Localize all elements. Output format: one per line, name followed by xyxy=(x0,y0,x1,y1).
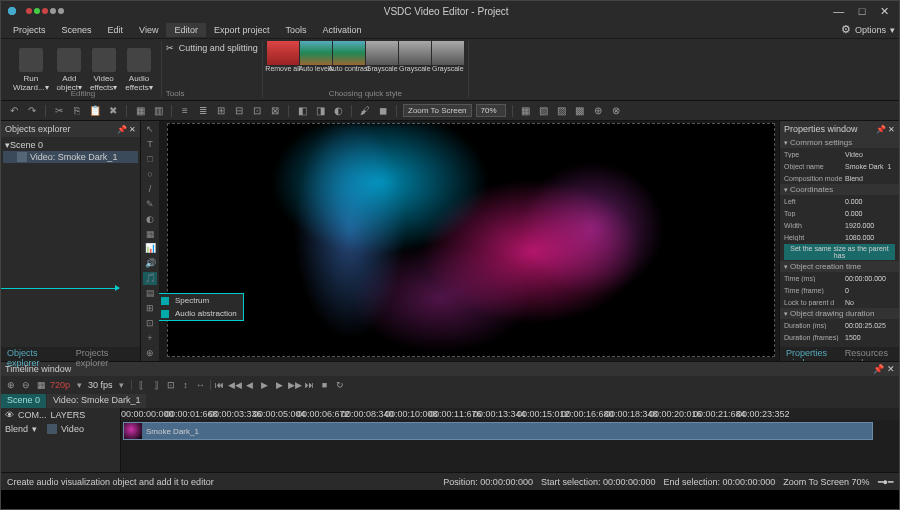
vtool-icon[interactable]: ⊞ xyxy=(143,302,157,315)
tab-projects-explorer[interactable]: Projects explorer xyxy=(70,347,140,361)
vtool-icon[interactable]: ▤ xyxy=(143,287,157,300)
comp-label[interactable]: COM... xyxy=(18,410,47,420)
prop-section-header[interactable]: Coordinates xyxy=(780,184,899,195)
prop-value[interactable]: Blend xyxy=(845,175,895,182)
vtool-icon[interactable]: + xyxy=(143,331,157,344)
vtool-icon[interactable]: / xyxy=(143,183,157,196)
ribbon-add[interactable]: Addobject▾ xyxy=(53,46,86,94)
prop-value[interactable]: 0 xyxy=(845,287,895,294)
vtool-icon[interactable]: 🔊 xyxy=(143,257,157,270)
vtool-icon[interactable]: ⊡ xyxy=(143,316,157,329)
menu-tools[interactable]: Tools xyxy=(277,23,314,37)
snap-icon[interactable]: ⊕ xyxy=(591,104,605,118)
step-back-icon[interactable]: ◀ xyxy=(244,379,256,391)
color-icon[interactable]: ◼ xyxy=(376,104,390,118)
vtool-icon[interactable]: ↖ xyxy=(143,123,157,136)
tl-icon[interactable]: ⟦ xyxy=(135,379,147,391)
prop-value[interactable]: 1080.000 xyxy=(845,234,895,241)
align-icon[interactable]: ⊠ xyxy=(268,104,282,118)
prop-action-button[interactable]: Set the same size as the parent has xyxy=(784,244,895,260)
layers-label[interactable]: LAYERS xyxy=(51,410,86,420)
options-button[interactable]: Options xyxy=(855,25,886,35)
menu-projects[interactable]: Projects xyxy=(5,23,54,37)
prop-value[interactable]: Video xyxy=(845,151,895,158)
style-grayscale[interactable]: Grayscale xyxy=(432,41,464,73)
tool-icon[interactable]: ▦ xyxy=(133,104,147,118)
zoom-value-combo[interactable]: 70% xyxy=(476,104,506,117)
prop-value[interactable]: 1500 xyxy=(845,334,895,341)
menu-view[interactable]: View xyxy=(131,23,166,37)
close-icon[interactable]: ✕ xyxy=(880,5,889,17)
style-auto-levels[interactable]: Auto levels xyxy=(300,41,332,73)
prop-value[interactable]: No xyxy=(845,299,895,306)
pin-icon[interactable]: 📌 ✕ xyxy=(873,364,895,374)
paste-icon[interactable]: 📋 xyxy=(88,104,102,118)
visibility-icon[interactable]: 👁 xyxy=(5,410,14,420)
pin-icon[interactable]: 📌 ✕ xyxy=(876,125,895,134)
prop-value[interactable]: 0.000 xyxy=(845,198,895,205)
shape-icon[interactable]: ◨ xyxy=(313,104,327,118)
vtool-icon[interactable]: □ xyxy=(143,153,157,166)
step-fwd-icon[interactable]: ▶ xyxy=(274,379,286,391)
menu-edit[interactable]: Edit xyxy=(100,23,132,37)
tl-icon[interactable]: ⊡ xyxy=(165,379,177,391)
ribbon-audio[interactable]: Audioeffects▾ xyxy=(121,46,156,94)
fps-combo[interactable]: 30 fps xyxy=(88,380,113,390)
shape-icon[interactable]: ◧ xyxy=(295,104,309,118)
zoom-slider[interactable]: ━●━ xyxy=(878,477,893,487)
tl-icon[interactable]: ⟧ xyxy=(150,379,162,391)
quick-access[interactable] xyxy=(25,6,65,16)
timeline-tab-scene[interactable]: Scene 0 xyxy=(1,394,46,408)
menu-audio-abstraction[interactable]: Audio abstraction xyxy=(159,307,243,320)
ribbon-run[interactable]: RunWizard...▾ xyxy=(9,46,53,94)
grid-icon[interactable]: ▧ xyxy=(537,104,551,118)
align-icon[interactable]: ⊡ xyxy=(250,104,264,118)
vtool-icon[interactable]: ✎ xyxy=(143,197,157,210)
timeline-tab-clip[interactable]: Video: Smoke Dark_1 xyxy=(47,394,146,408)
vtool-icon[interactable]: T xyxy=(143,138,157,151)
prev-icon[interactable]: ◀◀ xyxy=(229,379,241,391)
cut-icon[interactable]: ✂ xyxy=(52,104,66,118)
grid-icon[interactable]: ▦ xyxy=(519,104,533,118)
align-icon[interactable]: ⊟ xyxy=(232,104,246,118)
stop-icon[interactable]: ■ xyxy=(319,379,331,391)
style-grayscale[interactable]: Grayscale xyxy=(366,41,398,73)
prop-value[interactable]: 00:00:25.025 xyxy=(845,322,895,329)
tab-properties[interactable]: Properties window xyxy=(780,347,839,361)
skip-end-icon[interactable]: ⏭ xyxy=(304,379,316,391)
prop-section-header[interactable]: Object drawing duration xyxy=(780,308,899,319)
tl-icon[interactable]: ↕ xyxy=(180,379,192,391)
prop-section-header[interactable]: Object creation time xyxy=(780,261,899,272)
timeline-ruler[interactable]: 00:00:00:00000:00:01:66800:00:03:33600:0… xyxy=(121,408,899,420)
grid-icon[interactable]: ▨ xyxy=(555,104,569,118)
preview-viewport[interactable] xyxy=(167,123,775,357)
align-icon[interactable]: ≡ xyxy=(178,104,192,118)
ribbon-video[interactable]: Videoeffects▾ xyxy=(86,46,121,94)
menu-activation[interactable]: Activation xyxy=(314,23,369,37)
gear-icon[interactable]: ⚙ xyxy=(841,23,851,36)
cutting-button[interactable]: ✂Cutting and splitting xyxy=(166,41,258,55)
style-grayscale[interactable]: Grayscale xyxy=(399,41,431,73)
vtool-icon[interactable]: ▦ xyxy=(143,227,157,240)
grid-icon[interactable]: ▩ xyxy=(573,104,587,118)
play-icon[interactable]: ▶ xyxy=(259,379,271,391)
style-auto-contrast[interactable]: Auto contrast xyxy=(333,41,365,73)
brush-icon[interactable]: 🖌 xyxy=(358,104,372,118)
menu-scenes[interactable]: Scenes xyxy=(54,23,100,37)
style-remove-all[interactable]: Remove all xyxy=(267,41,299,73)
menu-spectrum[interactable]: Spectrum xyxy=(159,294,243,307)
prop-section-header[interactable]: Common settings xyxy=(780,137,899,148)
loop-icon[interactable]: ↻ xyxy=(334,379,346,391)
tl-icon[interactable]: ↔ xyxy=(195,379,207,391)
tl-tool-icon[interactable]: ⊖ xyxy=(20,379,32,391)
pin-icon[interactable]: 📌 ✕ xyxy=(117,125,136,134)
tab-resources[interactable]: Resources window xyxy=(839,347,899,361)
vtool-icon[interactable]: 📊 xyxy=(143,242,157,255)
vtool-icon[interactable]: ◐ xyxy=(143,212,157,225)
vtool-icon[interactable]: ⊕ xyxy=(143,346,157,359)
prop-value[interactable]: 00:00:00.000 xyxy=(845,275,895,282)
undo-icon[interactable]: ↶ xyxy=(7,104,21,118)
delete-icon[interactable]: ✖ xyxy=(106,104,120,118)
minimize-icon[interactable]: — xyxy=(833,5,844,17)
zoom-mode-combo[interactable]: Zoom To Screen xyxy=(403,104,472,117)
